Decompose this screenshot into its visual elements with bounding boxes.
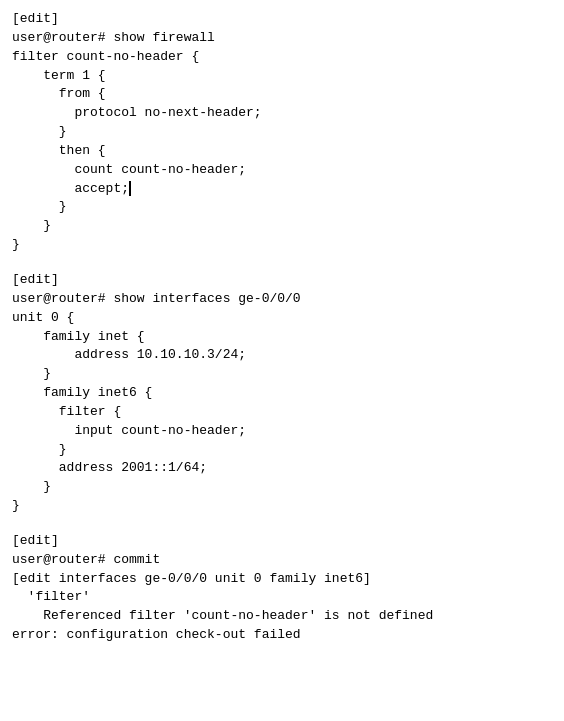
line: Referenced filter 'count-no-header' is n… xyxy=(12,607,552,626)
line: user@router# commit xyxy=(12,551,552,570)
line: user@router# show interfaces ge-0/0/0 xyxy=(12,290,552,309)
line: count count-no-header; xyxy=(12,161,552,180)
line: input count-no-header; xyxy=(12,422,552,441)
line: } xyxy=(12,123,552,142)
line: address 2001::1/64; xyxy=(12,459,552,478)
error-line: error: configuration check-out failed xyxy=(12,626,552,645)
terminal-block-1: [edit] user@router# show firewall filter… xyxy=(12,10,552,255)
line: [edit] xyxy=(12,532,552,551)
line: from { xyxy=(12,85,552,104)
line: 'filter' xyxy=(12,588,552,607)
line: protocol no-next-header; xyxy=(12,104,552,123)
line: family inet6 { xyxy=(12,384,552,403)
line: term 1 { xyxy=(12,67,552,86)
line: accept; xyxy=(12,180,552,199)
terminal-block-2: [edit] user@router# show interfaces ge-0… xyxy=(12,271,552,516)
line: [edit] xyxy=(12,10,552,29)
line: } xyxy=(12,441,552,460)
terminal-block-3: [edit] user@router# commit [edit interfa… xyxy=(12,532,552,645)
line: } xyxy=(12,497,552,516)
line: [edit] xyxy=(12,271,552,290)
line: filter { xyxy=(12,403,552,422)
line: } xyxy=(12,198,552,217)
terminal-output: [edit] user@router# show firewall filter… xyxy=(12,10,552,645)
line: filter count-no-header { xyxy=(12,48,552,67)
line: unit 0 { xyxy=(12,309,552,328)
text-cursor xyxy=(129,181,131,196)
line: address 10.10.10.3/24; xyxy=(12,346,552,365)
line: } xyxy=(12,236,552,255)
line: } xyxy=(12,365,552,384)
line: } xyxy=(12,478,552,497)
line: then { xyxy=(12,142,552,161)
line: } xyxy=(12,217,552,236)
line: [edit interfaces ge-0/0/0 unit 0 family … xyxy=(12,570,552,589)
line: family inet { xyxy=(12,328,552,347)
line: user@router# show firewall xyxy=(12,29,552,48)
